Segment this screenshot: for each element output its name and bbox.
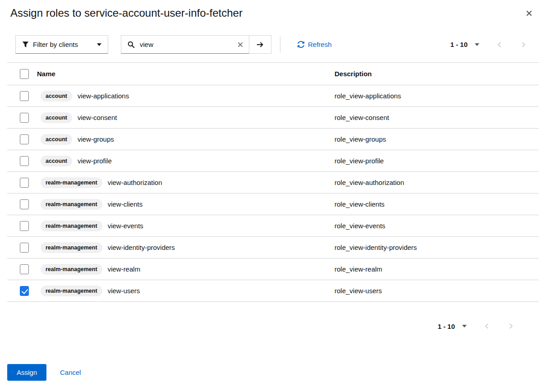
row-name-cell: realm-management view-clients [36, 199, 335, 210]
toolbar: Filter by clients [15, 35, 527, 54]
table-row: account view-profile role_view-profile [7, 150, 539, 172]
search-group [121, 35, 271, 54]
role-name-label: view-consent [78, 114, 117, 121]
modal-header: Assign roles to service-account-user-inf… [0, 0, 546, 20]
search-input-wrap [121, 35, 249, 54]
row-check-cell [7, 113, 36, 123]
refresh-label: Refresh [308, 41, 332, 48]
client-badge: account [41, 134, 72, 145]
pagination-menu-toggle[interactable]: 1 - 10 [438, 323, 467, 330]
client-badge: account [41, 91, 72, 101]
row-checkbox[interactable] [20, 113, 29, 123]
row-name-cell: realm-management view-realm [36, 264, 335, 275]
previous-page-button[interactable] [496, 41, 503, 48]
row-name-cell: realm-management view-authorization [36, 177, 335, 188]
filter-toggle-content: Filter by clients [22, 41, 78, 48]
role-description: role_view-identity-providers [335, 244, 539, 251]
toolbar-divider [280, 37, 280, 53]
table-row: realm-management view-identity-providers… [7, 237, 539, 258]
table-row: realm-management view-realm role_view-re… [7, 258, 539, 280]
table-row: realm-management view-clients role_view-… [7, 194, 539, 215]
pagination-range: 1 - 10 [450, 41, 468, 48]
funnel-icon [22, 41, 29, 48]
row-check-cell [7, 264, 36, 274]
select-all-checkbox[interactable] [20, 69, 29, 79]
filter-dropdown-toggle[interactable]: Filter by clients [15, 35, 108, 54]
row-checkbox[interactable] [20, 286, 29, 296]
clear-search-icon[interactable] [236, 41, 244, 49]
row-name-cell: account view-consent [36, 112, 335, 123]
row-checkbox[interactable] [20, 134, 29, 144]
modal-title: Assign roles to service-account-user-inf… [10, 6, 243, 20]
filter-label: Filter by clients [33, 41, 78, 48]
client-badge: realm-management [41, 286, 102, 296]
row-name-cell: account view-applications [36, 91, 335, 101]
chevron-left-icon [496, 41, 503, 48]
role-description: role_view-consent [335, 114, 539, 121]
role-name-label: view-authorization [108, 179, 162, 186]
role-name-label: view-identity-providers [108, 244, 175, 251]
role-name-label: view-events [108, 222, 143, 230]
role-name-label: view-realm [108, 265, 141, 273]
row-checkbox[interactable] [20, 199, 29, 209]
chevron-right-icon [520, 41, 527, 48]
row-check-cell [7, 243, 36, 253]
row-check-cell [7, 91, 36, 101]
row-checkbox[interactable] [20, 264, 29, 274]
row-name-cell: realm-management view-users [36, 286, 335, 296]
table-row: realm-management view-authorization role… [7, 172, 539, 194]
previous-page-button[interactable] [483, 323, 491, 330]
row-check-cell [7, 199, 36, 209]
sync-icon [297, 41, 305, 48]
row-name-cell: account view-groups [36, 134, 335, 145]
role-description: role_view-profile [335, 157, 539, 165]
close-icon-glyph [526, 10, 532, 17]
refresh-button[interactable]: Refresh [297, 41, 332, 48]
next-page-button[interactable] [507, 323, 514, 330]
row-checkbox[interactable] [20, 91, 29, 101]
column-header-name: Name [36, 70, 335, 78]
modal-footer: Assign Cancel [7, 364, 546, 381]
cancel-button[interactable]: Cancel [60, 369, 81, 376]
next-page-button[interactable] [520, 41, 527, 48]
row-check-cell [7, 134, 36, 144]
role-name-label: view-clients [108, 200, 143, 208]
row-checkbox[interactable] [20, 221, 29, 231]
assign-button[interactable]: Assign [7, 364, 46, 381]
search-submit-button[interactable] [249, 35, 271, 54]
table-row: account view-consent role_view-consent [7, 107, 539, 129]
role-description: role_view-groups [335, 135, 539, 143]
pagination-top: 1 - 10 [450, 41, 527, 48]
column-header-description: Description [335, 70, 539, 78]
close-icon[interactable] [523, 7, 535, 19]
table-row: realm-management view-users role_view-us… [7, 280, 539, 302]
role-name-label: view-groups [78, 135, 114, 143]
role-description: role_view-authorization [335, 179, 539, 186]
table-row: account view-applications role_view-appl… [7, 85, 539, 107]
client-badge: realm-management [41, 242, 102, 253]
table-header-row: Name Description [7, 63, 539, 85]
search-input[interactable] [139, 40, 232, 49]
row-checkbox[interactable] [20, 178, 29, 188]
pagination-range: 1 - 10 [438, 323, 455, 330]
caret-down-icon [97, 43, 101, 46]
row-checkbox[interactable] [20, 243, 29, 253]
client-badge: realm-management [41, 199, 102, 210]
pagination-menu-toggle[interactable]: 1 - 10 [450, 41, 479, 48]
pagination-bottom-row: 1 - 10 [0, 315, 546, 337]
caret-down-icon [475, 43, 479, 46]
row-check-cell [7, 178, 36, 188]
table-row: account view-groups role_view-groups [7, 129, 539, 150]
role-name-label: view-profile [78, 157, 112, 165]
role-description: role_view-users [335, 287, 539, 295]
row-checkbox[interactable] [20, 156, 29, 166]
client-badge: account [41, 112, 72, 123]
caret-down-icon [462, 325, 467, 327]
client-badge: realm-management [41, 264, 102, 275]
client-badge: realm-management [41, 177, 102, 188]
row-check-cell [7, 286, 36, 296]
role-description: role_view-applications [335, 92, 539, 100]
role-name-label: view-users [108, 287, 140, 295]
roles-table: Name Description account view-applicatio… [7, 62, 539, 302]
search-icon [128, 41, 135, 48]
